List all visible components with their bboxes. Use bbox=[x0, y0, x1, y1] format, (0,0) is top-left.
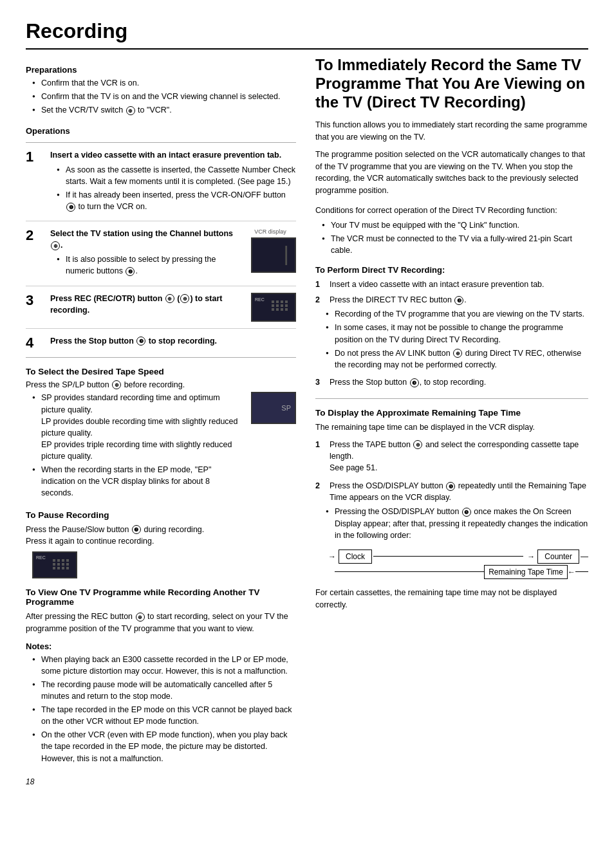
perform-step-2: 2 Press the DIRECT TV REC button ❸. Reco… bbox=[315, 294, 588, 373]
remaining-intro: The remaining tape time can be displayed… bbox=[315, 421, 588, 434]
step-3-number: 3 bbox=[26, 293, 44, 308]
page-title: Recording bbox=[26, 19, 588, 50]
btn-pause-icon: ❼ bbox=[132, 525, 141, 534]
btn-otr-icon: ⊕ bbox=[180, 294, 189, 303]
remaining-box: Remaining Tape Time bbox=[484, 565, 568, 579]
step-1-bullet-1: As soon as the cassette is inserted, the… bbox=[57, 164, 296, 187]
step-4: 4 Press the Stop button ❸ to stop record… bbox=[26, 335, 296, 358]
preparations-list: Confirm that the VCR is on. Confirm that… bbox=[26, 77, 296, 116]
conditions-list: Your TV must be equipped with the "Q Lin… bbox=[315, 219, 588, 256]
remaining-title: To Display the Approximate Remaining Tap… bbox=[315, 408, 588, 418]
btn-channel-icon: ⊕ bbox=[51, 241, 60, 250]
tape-bullet-1: SP provides standard recording time and … bbox=[32, 392, 238, 462]
step-4-number: 4 bbox=[26, 335, 44, 351]
perform-2-bullet-2: In some cases, it may not be possible to… bbox=[326, 322, 588, 345]
btn-tape-icon: ⊕ bbox=[413, 440, 422, 449]
perform-step-1: 1 Insert a video cassette with an intact… bbox=[315, 279, 588, 290]
footer-note: For certain cassettes, the remaining tap… bbox=[315, 587, 588, 611]
btn-avlink-icon: ⊕ bbox=[453, 349, 462, 358]
btn-rec-icon: ⊕ bbox=[165, 294, 174, 303]
condition-2: The VCR must be connected to the TV via … bbox=[322, 233, 588, 256]
prep-item-2: Confirm that the TV is on and the VCR vi… bbox=[32, 91, 296, 102]
left-column: Preparations Confirm that the VCR is on.… bbox=[26, 56, 296, 786]
rec-display: REC bbox=[251, 293, 296, 322]
counter-box: Counter bbox=[537, 549, 579, 564]
btn-rec2-icon: ⊕ bbox=[136, 613, 145, 622]
clock-box: Clock bbox=[339, 549, 372, 564]
step-1: 1 Insert a video cassette with an intact… bbox=[26, 149, 296, 221]
step-4-header: Press the Stop button ❸ to stop recordin… bbox=[50, 335, 296, 347]
tape-speed-title: To Select the Desired Tape Speed bbox=[26, 367, 296, 376]
note-4: On the other VCR (even with EP mode func… bbox=[32, 729, 296, 764]
btn-splp-icon: ⊕ bbox=[112, 380, 121, 389]
btn-osd-icon: ❺ bbox=[446, 482, 455, 491]
btn-1-icon: ❶ bbox=[66, 203, 75, 212]
step-2: 2 Select the TV station using the Channe… bbox=[26, 228, 296, 286]
step-3-header: Press REC (REC/OTR) button ⊕ (⊕) to star… bbox=[50, 293, 245, 316]
note-1: When playing back an E300 cassette recor… bbox=[32, 654, 296, 677]
tape-diagram: → Clock → Counter — Remaining Tape Time … bbox=[328, 549, 588, 579]
view-text: After pressing the REC button ⊕ to start… bbox=[26, 611, 296, 635]
intro-text-1: This function allows you to immediately … bbox=[315, 119, 588, 143]
remaining-step-2: 2 Press the OSD/DISPLAY button ❺ repeate… bbox=[315, 480, 588, 543]
sp-label: SP bbox=[281, 404, 291, 412]
perform-title: To Perform Direct TV Recording: bbox=[315, 265, 588, 275]
btn-numeric-icon: ❷ bbox=[126, 267, 135, 276]
tape-speed-text: Press the SP/LP button ⊕ before recordin… bbox=[26, 380, 296, 390]
right-column: To Immediately Record the Same TV Progra… bbox=[315, 56, 588, 786]
step-3: 3 Press REC (REC/OTR) button ⊕ (⊕) to st… bbox=[26, 293, 296, 329]
step-2-bullet: It is also possible to select by pressin… bbox=[57, 254, 245, 277]
prep-item-3: Set the VCR/TV switch ⊕ to "VCR". bbox=[32, 104, 296, 116]
conditions-intro: Conditions for correct operation of the … bbox=[315, 205, 588, 217]
preparations-title: Preparations bbox=[26, 65, 296, 75]
pause-title: To Pause Recording bbox=[26, 510, 296, 520]
intro-text-2: The programme position selected on the V… bbox=[315, 149, 588, 197]
step-2-content: Select the TV station using the Channel … bbox=[50, 228, 296, 279]
step-2-number: 2 bbox=[26, 228, 44, 243]
right-heading: To Immediately Record the Same TV Progra… bbox=[315, 56, 588, 111]
btn-direct-icon: ❸ bbox=[454, 296, 463, 305]
vcr-display-label: VCR display bbox=[254, 228, 286, 236]
step-1-bullet-2: If it has already been inserted, press t… bbox=[57, 189, 296, 212]
step-4-content: Press the Stop button ❸ to stop recordin… bbox=[50, 335, 296, 347]
pause-text: Press the Pause/Slow button ❼ during rec… bbox=[26, 524, 296, 548]
step-1-number: 1 bbox=[26, 149, 44, 165]
btn-stop-icon: ❸ bbox=[136, 337, 145, 346]
notes-list: When playing back an E300 cassette recor… bbox=[26, 654, 296, 764]
pause-rec-display: REC bbox=[32, 551, 77, 578]
remaining-step-1: 1 Press the TAPE button ⊕ and select the… bbox=[315, 439, 588, 474]
prep-item-1: Confirm that the VCR is on. bbox=[32, 77, 296, 89]
vcr-display bbox=[251, 237, 296, 273]
tape-bullet-2: When the recording starts in the EP mode… bbox=[32, 464, 238, 499]
step-2-header: Select the TV station using the Channel … bbox=[50, 228, 245, 251]
step-3-content: Press REC (REC/OTR) button ⊕ (⊕) to star… bbox=[50, 293, 296, 322]
page-number: 18 bbox=[26, 777, 296, 786]
note-2: The recording pause mode will be automat… bbox=[32, 679, 296, 702]
perform-step-3: 3 Press the Stop button ❸, to stop recor… bbox=[315, 376, 588, 388]
perform-steps: 1 Insert a video cassette with an intact… bbox=[315, 279, 588, 388]
operations-title: Operations bbox=[26, 126, 296, 136]
step-1-header: Insert a video cassette with an intact e… bbox=[50, 149, 296, 161]
sp-display: SP bbox=[251, 392, 296, 424]
remaining-2-bullet: Pressing the OSD/DISPLAY button ❺ once m… bbox=[326, 506, 588, 540]
perform-2-bullet-1: Recording of the TV programme that you a… bbox=[326, 308, 588, 320]
note-3: The tape recorded in the EP mode on this… bbox=[32, 704, 296, 727]
step-1-content: Insert a video cassette with an intact e… bbox=[50, 149, 296, 214]
condition-1: Your TV must be equipped with the "Q Lin… bbox=[322, 219, 588, 231]
perform-2-bullet-3: Do not press the AV LINK button ⊕ during… bbox=[326, 347, 588, 371]
view-title: To View One TV Programme while Recording… bbox=[26, 587, 296, 607]
btn-osd2-icon: ❺ bbox=[462, 508, 471, 517]
remaining-steps: 1 Press the TAPE button ⊕ and select the… bbox=[315, 439, 588, 543]
btn-stop2-icon: ❸ bbox=[410, 378, 419, 387]
notes-title: Notes: bbox=[26, 642, 296, 651]
switch-icon: ⊕ bbox=[126, 106, 135, 115]
